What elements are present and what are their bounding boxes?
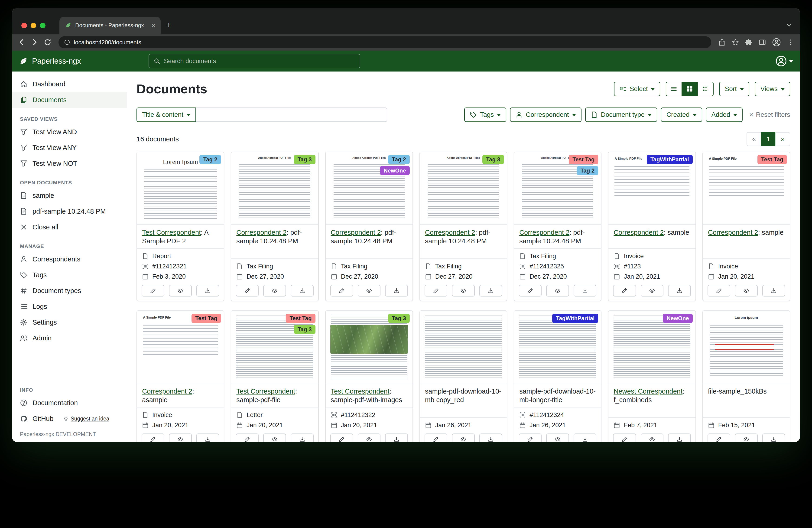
correspondent-link[interactable]: Correspondent 2: [425, 229, 475, 236]
pagination-current-page[interactable]: 1: [761, 132, 776, 146]
view-button[interactable]: [641, 433, 664, 442]
sidebar-item-documents[interactable]: Documents: [12, 92, 127, 108]
tag-badge[interactable]: Tag 3: [482, 155, 504, 164]
download-button[interactable]: [762, 433, 785, 442]
view-button[interactable]: [358, 433, 380, 442]
document-preview[interactable]: Test Tag: [703, 152, 790, 225]
sidebar-item-test-view-not[interactable]: Test View NOT: [12, 156, 127, 171]
document-preview[interactable]: Tag 3: [326, 311, 412, 383]
tag-badge[interactable]: TagWithPartial: [647, 155, 693, 164]
document-card[interactable]: Tag 3Correspondent 2: pdf-sample 10.24.4…: [231, 152, 318, 301]
correspondent-link[interactable]: Correspondent 2: [331, 229, 381, 236]
document-preview[interactable]: TagWithPartial: [514, 311, 601, 383]
edit-button[interactable]: [424, 433, 447, 442]
download-button[interactable]: [668, 433, 691, 442]
edit-button[interactable]: [330, 285, 353, 297]
sidebar-item-github[interactable]: GitHubSuggest an idea: [12, 411, 127, 427]
url-bar[interactable]: localhost:4200/documents: [58, 36, 711, 48]
view-list-button[interactable]: [666, 82, 682, 96]
tags-filter-button[interactable]: Tags: [464, 108, 506, 122]
correspondent-link[interactable]: Correspondent 2: [519, 229, 569, 236]
sidebar-item-test-view-and[interactable]: Test View AND: [12, 124, 127, 140]
tag-badge[interactable]: Test Tag: [286, 314, 315, 323]
correspondent-link[interactable]: Test Correspondent: [331, 387, 390, 395]
correspondent-filter-button[interactable]: Correspondent: [510, 108, 581, 122]
search-input[interactable]: [164, 58, 355, 65]
document-card[interactable]: Test TagCorrespondent 2: asampleInvoiceJ…: [136, 311, 224, 442]
edit-button[interactable]: [424, 285, 447, 297]
correspondent-link[interactable]: Correspondent 2: [236, 229, 287, 236]
added-filter-button[interactable]: Added: [706, 108, 743, 122]
view-grid-button[interactable]: [682, 82, 698, 96]
browser-tab[interactable]: Documents - Paperless-ngx ×: [59, 17, 161, 34]
sidebar-item-test-view-any[interactable]: Test View ANY: [12, 140, 127, 156]
views-button[interactable]: Views: [755, 82, 790, 96]
download-button[interactable]: [291, 285, 314, 297]
download-button[interactable]: [479, 433, 502, 442]
download-button[interactable]: [668, 285, 691, 297]
view-button[interactable]: [452, 285, 475, 297]
document-type-filter-button[interactable]: Document type: [585, 108, 657, 122]
edit-button[interactable]: [142, 433, 164, 442]
tag-badge[interactable]: Tag 2: [577, 166, 598, 175]
correspondent-link[interactable]: Correspondent 2: [613, 229, 664, 236]
site-info-icon[interactable]: [64, 39, 70, 45]
back-icon[interactable]: [18, 38, 26, 46]
reload-icon[interactable]: [44, 38, 52, 46]
zoom-window-button[interactable]: [40, 23, 45, 28]
view-button[interactable]: [546, 285, 569, 297]
pagination-prev-button[interactable]: «: [746, 132, 762, 146]
document-card[interactable]: sample-pdf-download-10-mb copy_redJan 26…: [419, 311, 507, 442]
share-icon[interactable]: [718, 39, 726, 46]
global-search[interactable]: [148, 54, 360, 68]
tag-badge[interactable]: NewOne: [380, 166, 410, 175]
view-button[interactable]: [452, 433, 475, 442]
correspondent-link[interactable]: Test Correspondent: [142, 229, 201, 236]
extensions-puzzle-icon[interactable]: [745, 39, 753, 46]
download-button[interactable]: [385, 433, 408, 442]
document-card[interactable]: TagWithPartialsample-pdf-download-10-mb-…: [514, 311, 601, 442]
edit-button[interactable]: [236, 285, 259, 297]
tag-badge[interactable]: Tag 2: [199, 155, 221, 164]
view-button[interactable]: [735, 433, 758, 442]
sidebar-item-document-types[interactable]: Document types: [12, 283, 127, 299]
tag-badge[interactable]: Test Tag: [191, 314, 221, 323]
download-button[interactable]: [385, 285, 408, 297]
filter-search-input[interactable]: [196, 108, 387, 122]
created-filter-button[interactable]: Created: [661, 108, 702, 122]
minimize-window-button[interactable]: [31, 23, 36, 28]
app-brand[interactable]: Paperless-ngx: [19, 57, 81, 66]
document-card[interactable]: Test TagTag 2Correspondent 2: pdf-sample…: [514, 152, 601, 301]
view-button[interactable]: [263, 433, 286, 442]
document-card[interactable]: file-sample_150kBsFeb 15, 2021: [702, 311, 790, 442]
document-card[interactable]: Tag 2NewOneCorrespondent 2: pdf-sample 1…: [325, 152, 413, 301]
close-window-button[interactable]: [21, 23, 27, 28]
edit-button[interactable]: [142, 285, 164, 297]
download-button[interactable]: [197, 433, 219, 442]
sidebar-item-close-all[interactable]: Close all: [12, 219, 127, 235]
document-preview[interactable]: Tag 3: [420, 152, 507, 225]
document-card[interactable]: Tag 3Test Correspondent: sample-pdf-with…: [325, 311, 413, 442]
correspondent-link[interactable]: Correspondent 2: [142, 387, 192, 395]
edit-button[interactable]: [519, 433, 541, 442]
edit-button[interactable]: [708, 285, 730, 297]
view-button[interactable]: [169, 433, 192, 442]
tab-search-chevron-icon[interactable]: [786, 22, 793, 28]
download-button[interactable]: [479, 285, 502, 297]
download-button[interactable]: [291, 433, 314, 442]
edit-button[interactable]: [613, 285, 636, 297]
correspondent-link[interactable]: Newest Correspondent: [613, 387, 682, 395]
tag-badge[interactable]: Tag 3: [388, 314, 410, 323]
sidebar-item-settings[interactable]: Settings: [12, 314, 127, 330]
sidebar-item-logs[interactable]: Logs: [12, 299, 127, 314]
correspondent-link[interactable]: Correspondent 2: [708, 229, 758, 236]
download-button[interactable]: [574, 433, 596, 442]
pagination-next-button[interactable]: »: [775, 132, 790, 146]
document-card[interactable]: NewOneNewest Correspondent: f_combinedsF…: [608, 311, 696, 442]
sidebar-link-suggest-an-idea[interactable]: Suggest an idea: [63, 414, 109, 423]
view-button[interactable]: [169, 285, 192, 297]
select-button[interactable]: Select: [614, 82, 661, 96]
document-preview[interactable]: Tag 2: [137, 152, 224, 225]
sidebar-item-admin[interactable]: Admin: [12, 330, 127, 346]
document-card[interactable]: TagWithPartialCorrespondent 2: sampleInv…: [608, 152, 696, 301]
